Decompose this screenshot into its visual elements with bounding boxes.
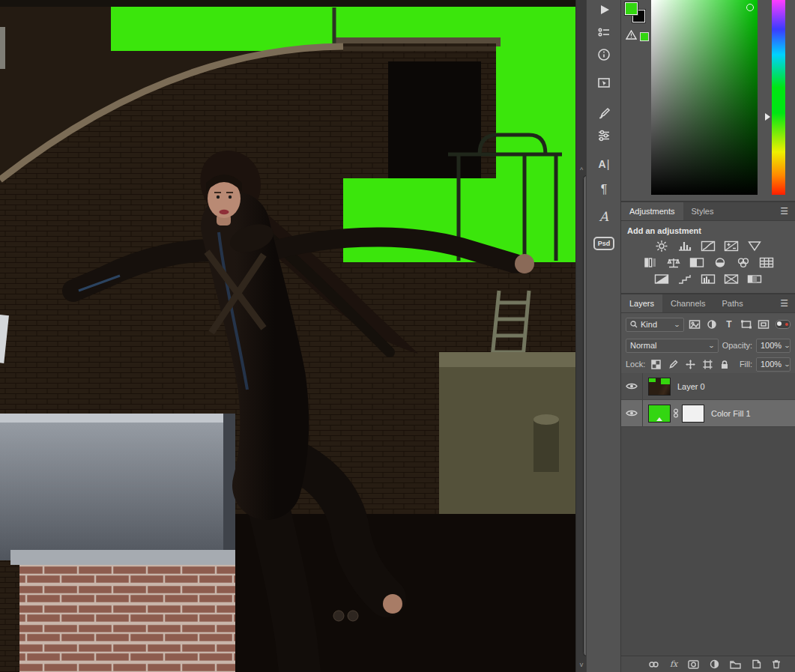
lock-transparency-icon[interactable] [649,358,662,370]
blend-mode-value: Normal [630,341,656,350]
panel-column: Adjustments Styles ☰ Add an adjustment [620,0,795,672]
brush-settings-icon[interactable] [592,103,616,123]
lock-pixels-icon[interactable] [666,358,680,370]
channel-mixer-icon[interactable] [734,256,752,269]
lock-artboard-icon[interactable] [701,358,714,370]
tab-channels-label: Channels [671,299,705,308]
layer-filtering-toggle[interactable] [776,320,791,329]
tab-layers-label: Layers [629,299,654,308]
layer-name[interactable]: Color Fill 1 [711,409,751,418]
foreground-color-swatch[interactable] [625,2,638,15]
lock-row: Lock: Fill: 100% ⌄ [621,355,795,373]
posterize-icon[interactable] [676,273,694,285]
fill-label: Fill: [740,360,752,369]
exposure-icon[interactable] [722,240,740,252]
black-white-icon[interactable] [688,256,706,269]
color-picker-marker[interactable] [746,4,754,11]
mask-link-icon[interactable] [671,408,680,418]
layers-panel: Layers Channels Paths ☰ Kind ⌄ T Normal … [621,294,795,672]
navigator-icon[interactable] [592,73,616,93]
filter-pixel-layers-icon[interactable] [688,318,701,330]
filter-adjustment-layers-icon[interactable] [705,318,719,330]
add-layer-mask-icon[interactable] [688,660,699,669]
hue-slider[interactable] [772,0,785,195]
hue-saturation-icon[interactable] [641,256,659,269]
tab-paths[interactable]: Paths [714,294,752,312]
adjustment-icons-row-1 [627,240,789,252]
new-layer-icon[interactable] [752,659,761,669]
tab-layers[interactable]: Layers [621,294,662,312]
visibility-eye-icon[interactable] [621,373,643,399]
glyphs-panel-icon[interactable]: A [592,207,616,226]
blend-mode-dropdown[interactable]: Normal ⌄ [626,339,719,353]
layer-filter-dropdown[interactable]: Kind ⌄ [626,318,684,332]
filter-type-layers-icon[interactable]: T [722,318,736,330]
fill-value: 100% [761,360,782,369]
opacity-dropdown[interactable]: 100% ⌄ [756,339,791,353]
fill-dropdown[interactable]: 100% ⌄ [756,357,791,372]
photo-filter-icon[interactable] [711,256,729,269]
tab-adjustments[interactable]: Adjustments [621,202,683,220]
document-canvas[interactable] [0,0,575,672]
new-group-icon[interactable] [730,660,741,669]
layer-row-color-fill-1[interactable]: Color Fill 1 [621,400,795,427]
scroll-up-icon[interactable]: ^ [576,166,587,174]
fill-layer-thumbnail[interactable] [648,405,671,423]
tab-styles[interactable]: Styles [683,202,722,220]
visibility-eye-icon[interactable] [621,400,643,426]
lock-label: Lock: [626,360,645,369]
actions-icon[interactable] [592,0,616,19]
gamut-color-swatch[interactable] [640,32,649,41]
layer-mask-thumbnail[interactable] [682,405,704,423]
layer-name[interactable]: Layer 0 [677,382,705,391]
opacity-value: 100% [761,341,782,350]
properties-icon[interactable] [592,126,616,145]
color-picker-panel [621,0,795,201]
search-icon [630,321,638,328]
psd-badge-label: Psd [593,237,615,250]
lock-position-icon[interactable] [683,358,697,370]
brightness-contrast-icon[interactable] [653,240,671,252]
new-adjustment-layer-icon[interactable] [710,659,719,669]
panel-menu-icon[interactable]: ☰ [774,294,795,312]
gradient-map-icon[interactable] [746,273,764,285]
info-icon[interactable] [592,45,616,64]
layer-thumbnail[interactable] [648,378,671,396]
scroll-down-icon[interactable]: v [576,661,587,668]
filter-shape-layers-icon[interactable] [740,318,753,330]
layer-row-layer0[interactable]: Layer 0 [621,373,795,400]
brick-chimney [10,550,238,672]
color-balance-icon[interactable] [665,256,683,269]
rooftop-unit [439,352,575,538]
panel-menu-icon[interactable]: ☰ [774,202,795,220]
color-lookup-icon[interactable] [758,256,776,269]
layer-filter-value: Kind [641,320,657,329]
adjustment-icons-row-3 [627,273,789,285]
tool-presets-icon[interactable] [592,22,616,42]
chevron-down-icon: ⌄ [674,321,680,328]
link-layers-icon[interactable] [648,661,659,668]
filter-smart-objects-icon[interactable] [757,318,770,330]
invert-icon[interactable] [653,273,671,285]
chevron-down-icon: ⌄ [784,361,791,368]
tab-channels[interactable]: Channels [662,294,713,312]
character-panel-icon[interactable]: A| [592,154,616,174]
curves-icon[interactable] [699,240,717,252]
psd-badge-icon[interactable]: Psd [592,234,616,253]
canvas-vertical-scrollbar[interactable]: ^ v [575,0,586,672]
hue-slider-pointer[interactable] [765,113,770,121]
blend-mode-row: Normal ⌄ Opacity: 100% ⌄ [621,336,795,355]
saturation-brightness-field[interactable] [651,0,758,195]
levels-icon[interactable] [676,240,694,252]
layer-effects-icon[interactable]: fx [670,659,677,669]
delete-layer-icon[interactable] [772,659,781,669]
lock-all-icon[interactable] [718,358,731,370]
fx-label: fx [670,659,677,669]
opacity-label: Opacity: [722,341,752,350]
paragraph-panel-icon[interactable]: ¶ [592,180,616,199]
threshold-icon[interactable] [699,273,717,285]
canvas-image [0,0,575,672]
chevron-down-icon: ⌄ [784,342,791,349]
vibrance-icon[interactable] [746,240,764,252]
selective-color-icon[interactable] [722,273,740,285]
